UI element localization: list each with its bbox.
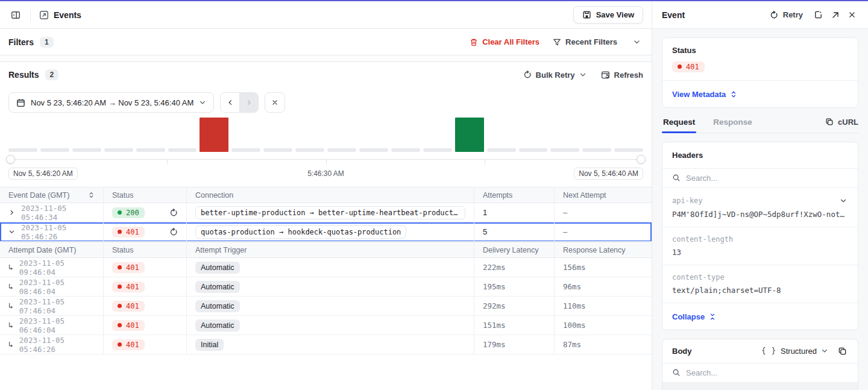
status-code: 401	[126, 263, 139, 272]
body-search-input[interactable]	[686, 368, 848, 377]
clear-date-range-button[interactable]	[265, 92, 285, 113]
attempts-table-header: Attempt Date (GMT) Status Attempt Trigge…	[0, 242, 652, 258]
filters-collapse-button[interactable]	[631, 36, 643, 48]
attempts-count: 5	[483, 227, 487, 236]
header-entry-content-type: content-type text/plain;charset=UTF-8	[662, 265, 858, 303]
timeline-labels: Nov 5, 5:46:20 AM 5:46:30 AM Nov 5, 5:46…	[8, 168, 643, 182]
delivery-latency-cell: 151ms	[474, 316, 555, 335]
slider-handle-start[interactable]	[6, 155, 15, 164]
histogram-bar-success[interactable]	[455, 118, 484, 152]
histogram-slot	[72, 118, 101, 152]
page-title: Events	[54, 10, 81, 20]
event-date: 2023-11-05 05:46:26	[21, 223, 95, 241]
tab-response[interactable]: Response	[712, 118, 753, 133]
status-dot-icon	[118, 265, 122, 269]
trigger-badge: Automatic	[195, 300, 240, 312]
close-panel-button[interactable]	[846, 8, 858, 21]
chevron-right-icon[interactable]	[8, 209, 15, 216]
column-header-next-attempt[interactable]: Next Attempt	[555, 187, 652, 203]
attempt-date: 2023-11-05 09:46:04	[19, 259, 95, 277]
headers-search-input[interactable]	[686, 174, 848, 183]
header-entry-api-key: api-key P4M'8OfId]j~VD-ns@OP~5dp8urf!Xzw…	[662, 188, 858, 227]
retry-button[interactable]: Retry	[770, 10, 803, 19]
attempt-status-cell: 401	[104, 258, 187, 277]
collapse-headers-button[interactable]: Collapse	[672, 312, 716, 321]
refresh-button[interactable]: Refresh	[601, 71, 643, 80]
body-content[interactable]: "{"test":1234}"	[662, 383, 858, 390]
save-icon	[582, 10, 591, 19]
braces-icon: { }	[761, 347, 776, 355]
results-count-badge: 2	[45, 69, 59, 80]
next-range-button[interactable]	[239, 93, 258, 112]
connection-badge[interactable]: better-uptime-production → better-uptime…	[195, 206, 465, 219]
body-mode-select[interactable]: { } Structured	[761, 347, 828, 356]
events-icon	[39, 10, 49, 20]
histogram-bar-error[interactable]	[200, 118, 228, 152]
search-icon	[672, 368, 681, 377]
slider-handle-end[interactable]	[637, 155, 646, 164]
header-key: content-length	[672, 235, 848, 244]
header-key: content-type	[672, 273, 848, 281]
open-full-view-button[interactable]	[829, 8, 842, 22]
copy-body-button[interactable]	[837, 345, 848, 357]
column-header-label: Delivery Latency	[483, 246, 538, 254]
response-latency-cell: 87ms	[555, 335, 652, 354]
histogram-slot	[231, 118, 260, 152]
event-attempts-cell: 5	[474, 222, 555, 242]
histogram-slot	[168, 118, 197, 152]
sort-icon	[88, 192, 95, 198]
histogram-slot	[359, 118, 388, 152]
chevron-down-icon	[821, 347, 828, 354]
retry-icon[interactable]	[169, 228, 178, 236]
attempt-date: 2023-11-05 05:46:26	[19, 336, 95, 354]
delivery-latency: 292ms	[483, 301, 506, 310]
tab-request[interactable]: Request	[662, 118, 696, 133]
filters-bar: Filters 1 Clear All Filters Recent Filte…	[0, 29, 652, 55]
histogram-slot	[582, 118, 611, 152]
chevron-down-icon	[579, 71, 587, 78]
histogram-slot	[550, 118, 579, 152]
retry-icon	[523, 71, 532, 79]
column-header-label: Next Attempt	[563, 191, 606, 200]
attempt-row[interactable]: ↳2023-11-05 07:46:04 401 Automatic 292ms…	[0, 297, 652, 316]
column-header-label: Status	[112, 246, 133, 254]
event-date-cell: 2023-11-05 05:46:34	[0, 203, 104, 222]
histogram-slot	[40, 118, 69, 152]
previous-range-button[interactable]	[221, 93, 239, 112]
column-header-event-date[interactable]: Event Date (GMT)	[0, 187, 104, 203]
column-header-label: Attempt Trigger	[195, 246, 247, 254]
event-row-selected[interactable]: 2023-11-05 05:46:26 401 quotas-productio…	[0, 222, 652, 242]
bulk-retry-button[interactable]: Bulk Retry	[523, 71, 587, 80]
date-range-value: Nov 5 23, 5:46:20 AM → Nov 5 23, 5:46:40…	[31, 98, 193, 107]
column-header-connection[interactable]: Connection	[187, 187, 474, 203]
chevron-down-icon[interactable]	[8, 228, 15, 235]
date-range-button[interactable]: Nov 5 23, 5:46:20 AM → Nov 5 23, 5:46:40…	[8, 92, 214, 113]
curl-label: cURL	[838, 118, 858, 127]
attempt-row[interactable]: ↳2023-11-05 06:46:04 401 Automatic 151ms…	[0, 316, 652, 335]
expand-header-button[interactable]	[838, 196, 848, 206]
save-view-button[interactable]: Save View	[573, 6, 643, 24]
sidebar-toggle-button[interactable]	[8, 8, 23, 22]
view-metadata-button[interactable]: View Metadata	[672, 90, 737, 99]
attempt-row[interactable]: ↳2023-11-05 09:46:04 401 Automatic 222ms…	[0, 258, 652, 277]
bookmark-button[interactable]	[811, 8, 825, 22]
attempt-row[interactable]: ↳2023-11-05 05:46:26 401 Initial 179ms 8…	[0, 335, 652, 354]
sub-arrow-icon: ↳	[8, 340, 13, 349]
events-pane: Events Save View Filters 1 Clear All Fil…	[0, 1, 652, 390]
curl-button[interactable]: cURL	[825, 118, 858, 127]
event-row[interactable]: 2023-11-05 05:46:34 200 better-uptime-pr…	[0, 203, 652, 222]
recent-filters-button[interactable]: Recent Filters	[553, 37, 617, 46]
view-metadata-label: View Metadata	[672, 90, 726, 99]
status-dot-icon	[118, 230, 122, 234]
column-header-label: Connection	[195, 191, 233, 200]
headers-card: Headers api-key	[662, 142, 858, 330]
histogram-slot	[391, 118, 420, 152]
column-header-status[interactable]: Status	[104, 187, 187, 203]
attempt-row[interactable]: ↳2023-11-05 08:46:04 401 Automatic 195ms…	[0, 277, 652, 297]
status-dot-icon	[118, 304, 122, 308]
retry-icon[interactable]	[169, 209, 178, 217]
clear-all-filters-button[interactable]: Clear All Filters	[470, 37, 539, 46]
response-latency-cell: 100ms	[555, 316, 652, 335]
connection-badge[interactable]: quotas-production → hookdeck-quotas-prod…	[195, 225, 406, 239]
column-header-attempts[interactable]: Attempts	[474, 187, 555, 203]
